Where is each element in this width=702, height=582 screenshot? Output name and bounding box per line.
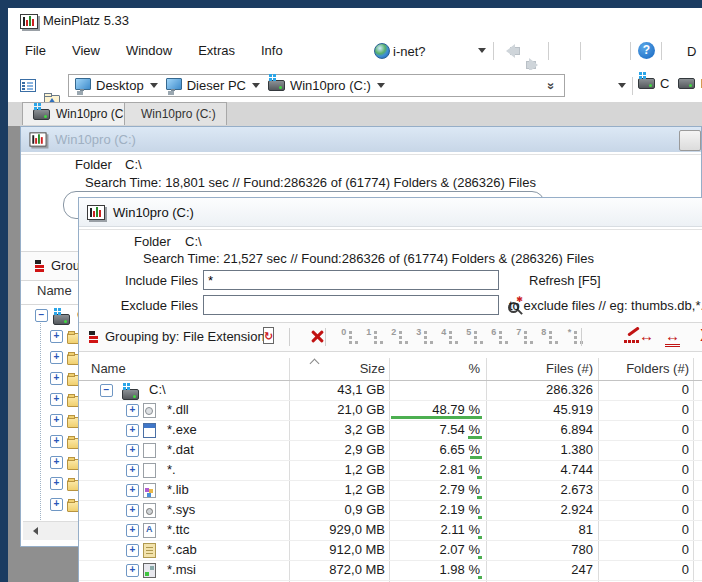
menu-info[interactable]: Info <box>248 36 296 66</box>
toolbar-separator <box>548 42 549 60</box>
refresh-grouping-icon[interactable]: ↻ <box>263 327 274 344</box>
row-size: 1,2 GB <box>291 482 385 497</box>
exclude-hint: to exclude files // eg: thumbs.db,*. ba <box>509 298 702 313</box>
table-row[interactable]: *.sys 0,9 GB 2.19 % 2.924 0 <box>79 501 702 521</box>
drive-icon <box>268 80 285 91</box>
table-row[interactable]: *.cab 912,0 MB 2.07 % 780 0 <box>79 541 702 561</box>
percent-bar <box>478 556 482 559</box>
expand-box-icon[interactable] <box>126 444 139 457</box>
menu-file[interactable]: File <box>12 36 59 66</box>
row-percent: 2.81 % <box>391 462 480 477</box>
table-row[interactable]: *.dll 21,0 GB 48.79 % 45.919 0 <box>79 401 702 421</box>
file-type-icon <box>122 389 139 400</box>
drive-button[interactable]: D <box>678 76 702 91</box>
table-row[interactable]: *.msi 872,0 MB 1.98 % 247 0 <box>79 561 702 581</box>
help-icon[interactable]: ? <box>638 42 655 59</box>
row-folders: 0 <box>600 502 689 517</box>
menu-window[interactable]: Window <box>113 36 185 66</box>
chevron-down-icon[interactable] <box>377 83 385 92</box>
separator <box>21 154 701 155</box>
back-arrow-icon[interactable] <box>502 44 520 58</box>
collapse-box-icon[interactable] <box>35 309 48 322</box>
expand-box-icon[interactable] <box>126 524 139 537</box>
column-header-size[interactable]: Size <box>291 361 385 376</box>
expand-box-icon[interactable] <box>126 544 139 557</box>
table-row[interactable]: C:\ 43,1 GB 286.326 0 <box>79 381 702 401</box>
file-type-icon <box>143 423 156 438</box>
drive-letter: C <box>660 76 669 91</box>
row-size: 912,0 MB <box>291 542 385 557</box>
breadcrumb[interactable]: Desktop Dieser PC Win10pro (C:) » <box>68 74 565 97</box>
menu-extras[interactable]: Extras <box>185 36 248 66</box>
expand-box-icon[interactable] <box>50 393 63 406</box>
window1-search-stats: Search Time: 18,801 sec // Found:286326 … <box>85 175 536 190</box>
expand-box-icon[interactable] <box>50 456 63 469</box>
table-row[interactable]: *. 1,2 GB 2.81 % 4.744 0 <box>79 461 702 481</box>
expand-box-icon[interactable] <box>126 564 139 577</box>
refresh-button[interactable]: Refresh [F5] <box>529 273 601 288</box>
expand-box-icon[interactable] <box>50 477 63 490</box>
column-header-folders[interactable]: Folders (#) <box>600 361 689 376</box>
breadcrumb-segment[interactable]: Dieser PC <box>166 78 260 93</box>
table-row[interactable]: *.ttc 929,0 MB 2.11 % 81 0 <box>79 521 702 541</box>
scroll-left-icon[interactable] <box>25 523 41 538</box>
file-type-icon <box>143 543 156 558</box>
table-row[interactable]: *.dat 2,9 GB 6.65 % 1.380 0 <box>79 441 702 461</box>
window-border-left <box>0 0 8 582</box>
expand-box-icon[interactable] <box>100 384 113 397</box>
inet-combo-label[interactable]: i-net? <box>393 44 426 59</box>
table-row[interactable]: *.lib 1,2 GB 2.79 % 2.673 0 <box>79 481 702 501</box>
column-header-name[interactable]: Name <box>91 361 126 376</box>
row-name: *.lib <box>167 482 189 497</box>
toolbar-separator <box>493 42 494 60</box>
window2-titlebar[interactable]: Win10pro (C:) <box>79 198 702 227</box>
expand-box-icon[interactable] <box>126 504 139 517</box>
breadcrumb-segment[interactable]: Desktop <box>75 78 158 93</box>
row-files: 45.919 <box>488 402 593 417</box>
breadcrumb-segment[interactable]: Win10pro (C:) <box>268 78 385 93</box>
chevron-down-icon[interactable] <box>150 83 158 92</box>
exclude-files-label: Exclude Files <box>99 298 198 313</box>
address-bar: Desktop Dieser PC Win10pro (C:) » C D E <box>8 70 702 102</box>
include-files-input[interactable] <box>203 270 499 290</box>
expand-box-icon[interactable] <box>50 372 63 385</box>
expand-box-icon[interactable] <box>50 414 63 427</box>
inet-dropdown-caret-icon[interactable] <box>478 48 486 57</box>
window1-titlebar-button[interactable] <box>679 130 701 151</box>
row-name: *.dat <box>167 442 194 457</box>
chevron-down-icon[interactable] <box>252 83 260 92</box>
toolbar-separator <box>632 77 633 95</box>
exclude-files-input[interactable] <box>203 295 499 315</box>
window1-folder-value: C:\ <box>125 157 142 172</box>
expand-box-icon[interactable] <box>126 424 139 437</box>
details-view-icon[interactable] <box>20 79 36 92</box>
drive-icon <box>638 78 655 89</box>
column-header-files[interactable]: Files (#) <box>488 361 593 376</box>
breadcrumb-expand-icon[interactable]: » <box>543 82 558 88</box>
document-tab[interactable]: Win10pro (C:) <box>124 102 227 125</box>
expand-box-icon[interactable] <box>126 464 139 477</box>
internet-icon[interactable] <box>374 43 390 59</box>
expand-box-icon[interactable] <box>50 435 63 448</box>
window1-titlebar[interactable]: Win10pro (C:) <box>21 127 701 152</box>
include-files-label: Include Files <box>99 273 198 288</box>
expand-box-icon[interactable] <box>126 484 139 497</box>
resize-columns-icon[interactable]: ↔ <box>665 328 680 347</box>
tab-label: Win10pro (C:) <box>141 107 216 121</box>
expand-box-icon[interactable] <box>126 404 139 417</box>
row-folders: 0 <box>600 422 689 437</box>
swap-columns-icon[interactable]: ↔ <box>639 328 654 344</box>
expand-box-icon[interactable] <box>50 498 63 511</box>
table-row[interactable]: *.exe 3,2 GB 7.54 % 6.894 0 <box>79 421 702 441</box>
results-table: Name Size % Files (#) Folders (#) C:\ 43… <box>79 358 702 582</box>
row-name: *.sys <box>167 502 195 517</box>
menu-view[interactable]: View <box>59 36 113 66</box>
computer-dropdown-caret-icon[interactable] <box>618 83 626 92</box>
expand-box-icon[interactable] <box>50 351 63 364</box>
column-header-percent[interactable]: % <box>391 361 480 376</box>
expand-box-icon[interactable] <box>50 330 63 343</box>
toolbar-separator <box>661 42 662 60</box>
window1-title: Win10pro (C:) <box>55 132 136 147</box>
donate-label[interactable]: D <box>687 44 696 59</box>
drive-button[interactable]: C <box>638 76 669 91</box>
